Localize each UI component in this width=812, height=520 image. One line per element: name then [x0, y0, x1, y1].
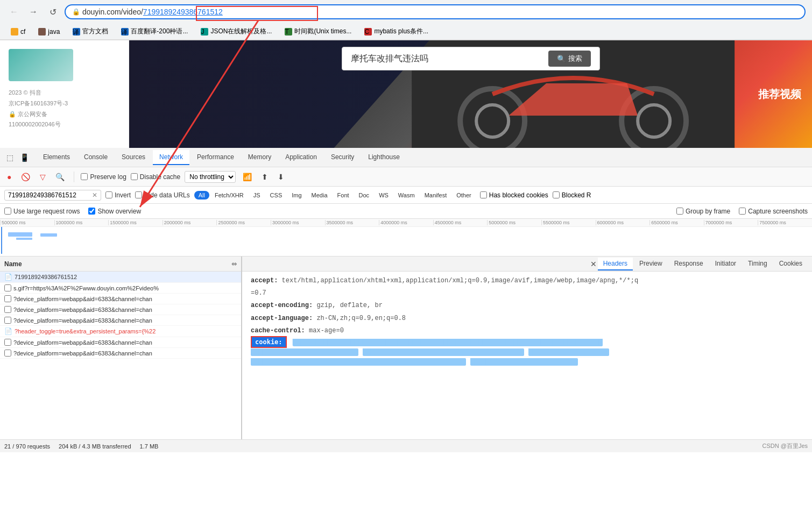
- invert-checkbox[interactable]: [105, 191, 112, 198]
- tab-network[interactable]: Network: [153, 150, 189, 165]
- filter-other[interactable]: Other: [452, 191, 476, 200]
- bookmark-mybatis[interactable]: C mybatis plus条件...: [360, 26, 433, 37]
- filter-input-wrapper[interactable]: ✕: [4, 190, 101, 201]
- forward-button[interactable]: →: [26, 4, 41, 19]
- hide-data-urls-checkbox-label[interactable]: Hide data URLs: [135, 191, 190, 199]
- file-checkbox[interactable]: [4, 306, 11, 313]
- filter-input[interactable]: [8, 191, 90, 199]
- tab-elements[interactable]: Elements: [37, 150, 76, 165]
- blocked-r-checkbox[interactable]: [553, 191, 560, 198]
- tab-console[interactable]: Console: [77, 150, 114, 165]
- hide-data-urls-label: Hide data URLs: [144, 191, 190, 199]
- file-checkbox[interactable]: [4, 350, 11, 357]
- file-checkbox[interactable]: [4, 284, 11, 291]
- filter-icon-button[interactable]: ▽: [37, 171, 48, 183]
- tab-security[interactable]: Security: [324, 150, 361, 165]
- search-icon-button[interactable]: 🔍: [53, 171, 67, 183]
- search-button[interactable]: 🔍 搜索: [548, 51, 591, 67]
- filter-all[interactable]: All: [194, 191, 209, 200]
- tab-cookies[interactable]: Cookies: [774, 258, 808, 270]
- large-rows-checkbox[interactable]: [4, 208, 11, 215]
- group-by-frame-checkbox[interactable]: [676, 208, 683, 215]
- details-close-button[interactable]: ✕: [590, 260, 597, 268]
- filter-media[interactable]: Media: [307, 191, 332, 200]
- accept-encoding-value: gzip, deflate, br: [316, 302, 382, 309]
- has-blocked-cookies-checkbox[interactable]: [480, 191, 487, 198]
- tab-initiator[interactable]: Initiator: [710, 258, 742, 270]
- details-tabs: ✕ Headers Preview Response Initiator Tim…: [242, 257, 812, 272]
- filter-ws[interactable]: WS: [375, 191, 393, 200]
- filter-js[interactable]: JS: [249, 191, 265, 200]
- blocked-r-label[interactable]: Blocked R: [553, 191, 591, 199]
- tab-sources[interactable]: Sources: [115, 150, 152, 165]
- tab-response[interactable]: Response: [669, 258, 709, 270]
- cookie-value-blurred: ████████████████████████████████████████…: [293, 339, 603, 346]
- list-item[interactable]: ?device_platform=webapp&aid=6383&channel…: [0, 294, 241, 304]
- list-item[interactable]: 📄 ?header_toggle=true&extra_persistent_p…: [0, 326, 241, 337]
- tab-preview[interactable]: Preview: [634, 258, 668, 270]
- file-checkbox[interactable]: [4, 317, 11, 324]
- capture-screenshots-label[interactable]: Capture screenshots: [739, 208, 808, 215]
- download-button[interactable]: ⬇: [275, 171, 287, 183]
- filter-clear-button[interactable]: ✕: [92, 191, 97, 199]
- show-overview-label[interactable]: Show overview: [88, 208, 141, 215]
- disable-cache-label[interactable]: Disable cache: [131, 173, 180, 181]
- file-checkbox[interactable]: [4, 339, 11, 346]
- show-overview-checkbox[interactable]: [88, 208, 95, 215]
- filter-font[interactable]: Font: [333, 191, 354, 200]
- capture-screenshots-checkbox[interactable]: [739, 208, 746, 215]
- cache-control-key: cache-control:: [251, 327, 309, 334]
- dock-inspect-icon[interactable]: ⬚: [4, 151, 16, 164]
- bookmark-cf-icon: [11, 28, 18, 35]
- file-name-header-toggle: ?header_toggle=true&extra_persistent_par…: [15, 328, 237, 334]
- list-item[interactable]: s.gif?r=https%3A%2F%2Fwww.douyin.com%2Fv…: [0, 283, 241, 294]
- filter-fetch-xhr[interactable]: Fetch/XHR: [210, 191, 248, 200]
- throttle-select[interactable]: No throttling: [185, 171, 236, 183]
- address-bar[interactable]: 🔒 douyin.com/video/7199189249386761512: [65, 4, 806, 19]
- large-rows-label[interactable]: Use large request rows: [4, 208, 80, 215]
- filter-manifest[interactable]: Manifest: [420, 191, 451, 200]
- file-list-header: Name ⇔: [0, 257, 241, 272]
- bookmark-java[interactable]: java: [34, 27, 64, 37]
- timeline-ruler: 500000 ms 1000000 ms 1500000 ms 2000000 …: [0, 219, 812, 227]
- file-checkbox[interactable]: [4, 295, 11, 302]
- filter-css[interactable]: CSS: [266, 191, 287, 200]
- reload-button[interactable]: ↺: [45, 4, 60, 19]
- bookmark-json[interactable]: J JSON在线解析及格...: [196, 26, 276, 37]
- list-item[interactable]: ?device_platform=webapp&aid=6383&channel…: [0, 337, 241, 348]
- wifi-icon-button[interactable]: 📶: [240, 171, 255, 183]
- preserve-log-checkbox[interactable]: [81, 173, 88, 180]
- clear-button[interactable]: 🚫: [18, 171, 33, 183]
- disable-cache-checkbox[interactable]: [131, 173, 138, 180]
- file-list[interactable]: 📄 7199189249386761512 s.gif?r=https%3A%2…: [0, 272, 241, 439]
- tab-lighthouse[interactable]: Lighthouse: [362, 150, 406, 165]
- dock-device-icon[interactable]: 📱: [18, 151, 31, 164]
- invert-checkbox-label[interactable]: Invert: [105, 191, 131, 199]
- main-panel: Name ⇔ 📄 7199189249386761512 s.gif?r=htt…: [0, 257, 812, 439]
- website-sidebar: 2023 © 抖音 京ICP备16016397号-3 🔒 京公网安备 11000…: [0, 40, 129, 148]
- group-by-frame-label[interactable]: Group by frame: [676, 208, 730, 215]
- bookmark-cf[interactable]: cf: [6, 27, 30, 37]
- filter-doc[interactable]: Doc: [355, 191, 374, 200]
- bookmark-time[interactable]: T 时间戳(Unix times...: [280, 26, 356, 37]
- has-blocked-cookies-label[interactable]: Has blocked cookies: [480, 191, 548, 199]
- list-item[interactable]: ?device_platform=webapp&aid=6383&channel…: [0, 315, 241, 326]
- filter-wasm[interactable]: Wasm: [394, 191, 419, 200]
- back-button[interactable]: ←: [6, 4, 22, 19]
- tab-application[interactable]: Application: [279, 150, 323, 165]
- list-item[interactable]: ?device_platform=webapp&aid=6383&channel…: [0, 304, 241, 315]
- upload-button[interactable]: ⬆: [259, 171, 271, 183]
- list-item[interactable]: ?device_platform=webapp&aid=6383&channel…: [0, 348, 241, 359]
- hide-data-urls-checkbox[interactable]: [135, 191, 142, 198]
- tab-performance[interactable]: Performance: [190, 150, 241, 165]
- record-button[interactable]: ●: [4, 171, 14, 183]
- bookmark-official-docs[interactable]: 译 官方文档: [68, 26, 112, 37]
- bookmark-cf-label: cf: [20, 28, 25, 35]
- list-item[interactable]: 📄 7199189249386761512: [0, 272, 241, 283]
- filter-img[interactable]: Img: [287, 191, 306, 200]
- tab-headers[interactable]: Headers: [598, 258, 633, 270]
- preserve-log-label[interactable]: Preserve log: [81, 173, 126, 181]
- bookmark-baidu-translate[interactable]: 译 百度翻译-200种语...: [117, 26, 192, 37]
- tab-timing[interactable]: Timing: [743, 258, 773, 270]
- tab-memory[interactable]: Memory: [242, 150, 278, 165]
